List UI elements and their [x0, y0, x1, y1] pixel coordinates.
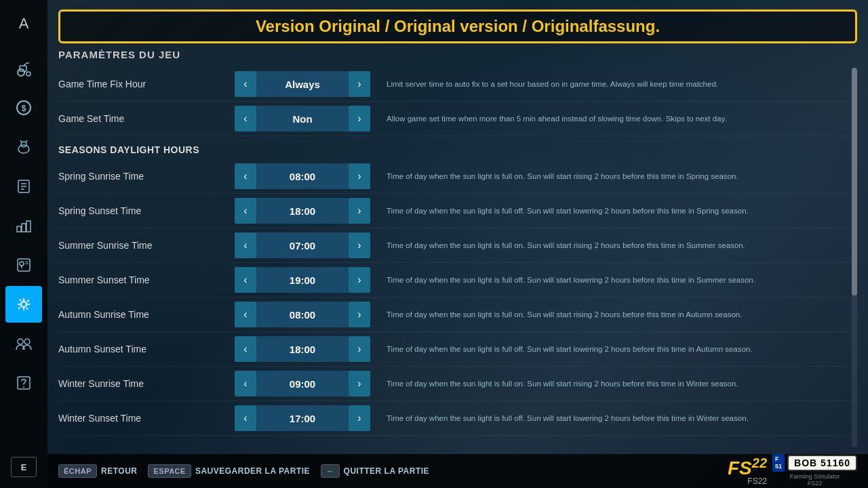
sidebar-e-key[interactable]: E — [11, 457, 37, 477]
daylight-prev-0[interactable]: ‹ — [235, 163, 256, 189]
setting-row-game-time-fix: Game Time Fix Hour ‹ Always › Limit serv… — [58, 67, 852, 102]
svg-rect-15 — [17, 226, 21, 232]
sidebar-item-animal[interactable] — [5, 129, 42, 165]
daylight-control-3: ‹ 19:00 › — [235, 267, 370, 293]
quit-key: ↔ — [321, 464, 340, 478]
sidebar: A $ — [0, 0, 47, 488]
daylight-next-2[interactable]: › — [349, 232, 370, 258]
setting-control-0: ‹ Always › — [235, 71, 370, 97]
quit-label: QUITTER LA PARTIE — [344, 466, 430, 476]
svg-rect-17 — [26, 221, 31, 232]
setting-label-1: Game Set Time — [58, 113, 235, 124]
svg-point-23 — [21, 302, 26, 307]
sidebar-item-money[interactable]: $ — [5, 89, 42, 126]
sidebar-item-map[interactable] — [5, 247, 42, 283]
daylight-desc-0: Time of day when the sun light is full o… — [370, 171, 852, 182]
daylight-desc-3: Time of day when the sun light is full o… — [370, 274, 852, 285]
quit-button[interactable]: ↔ QUITTER LA PARTIE — [321, 464, 429, 478]
sidebar-top-label: A — [5, 5, 42, 42]
daylight-desc-5: Time of day when the sun light is full o… — [370, 344, 852, 354]
daylight-control-4: ‹ 08:00 › — [235, 302, 370, 327]
ctrl-next-0[interactable]: › — [349, 71, 370, 97]
plate-text: BOB 51160 — [794, 458, 850, 468]
daylight-next-4[interactable]: › — [349, 302, 370, 327]
daylight-next-1[interactable]: › — [349, 198, 370, 224]
daylight-prev-5[interactable]: ‹ — [235, 336, 256, 362]
page-title: PARAMÈTRES DU JEU — [58, 49, 857, 60]
daylight-control-6: ‹ 09:00 › — [235, 371, 370, 396]
setting-row-game-set-time: Game Set Time ‹ Non › Allow game set tim… — [58, 102, 852, 136]
save-button[interactable]: ESPACE SAUVEGARDER LA PARTIE — [148, 464, 310, 478]
daylight-prev-7[interactable]: ‹ — [235, 405, 256, 431]
version-text: Version Original / Original version / Or… — [256, 17, 660, 35]
daylight-value-2: 07:00 — [256, 232, 349, 258]
daylight-value-3: 19:00 — [256, 267, 349, 293]
ctrl-value-0: Always — [256, 71, 349, 97]
daylight-value-5: 18:00 — [256, 336, 349, 362]
daylight-label-6: Winter Sunrise Time — [58, 378, 235, 389]
logo-area: FS22 FS22 F51 BOB 51160 Farming Simulato… — [728, 454, 857, 487]
svg-point-27 — [23, 386, 24, 388]
scrollbar-track[interactable] — [852, 68, 857, 447]
sidebar-item-production[interactable] — [5, 207, 42, 244]
daylight-next-7[interactable]: › — [349, 405, 370, 431]
setting-row-daylight-1: Spring Sunset Time ‹ 18:00 › Time of day… — [58, 194, 852, 228]
daylight-prev-3[interactable]: ‹ — [235, 267, 256, 293]
ctrl-prev-1[interactable]: ‹ — [235, 106, 256, 131]
ctrl-prev-0[interactable]: ‹ — [235, 71, 256, 97]
daylight-control-1: ‹ 18:00 › — [235, 198, 370, 224]
sidebar-item-help[interactable] — [5, 365, 42, 401]
svg-point-8 — [21, 142, 26, 147]
daylight-desc-4: Time of day when the sun light is full o… — [370, 309, 852, 320]
setting-row-daylight-7: Winter Sunset Time ‹ 17:00 › Time of day… — [58, 401, 852, 436]
daylight-label-0: Spring Sunrise Time — [58, 171, 235, 182]
svg-point-0 — [18, 69, 24, 76]
setting-control-1: ‹ Non › — [235, 106, 370, 131]
version-banner: Version Original / Original version / Or… — [58, 9, 857, 43]
setting-desc-0: Limit server time to auto fix to a set h… — [370, 79, 852, 89]
daylight-label-2: Summer Sunrise Time — [58, 240, 235, 251]
svg-rect-16 — [22, 224, 26, 232]
sidebar-item-tractor[interactable] — [5, 50, 42, 87]
daylight-prev-6[interactable]: ‹ — [235, 371, 256, 396]
svg-point-1 — [26, 72, 31, 76]
daylight-prev-2[interactable]: ‹ — [235, 232, 256, 258]
setting-row-daylight-4: Autumn Sunrise Time ‹ 08:00 › Time of da… — [58, 298, 852, 332]
fs-logo: FS22 — [728, 455, 767, 479]
ctrl-value-1: Non — [256, 106, 349, 131]
back-key: ÉCHAP — [58, 464, 97, 478]
daylight-next-5[interactable]: › — [349, 336, 370, 362]
daylight-label-3: Summer Sunset Time — [58, 274, 235, 285]
svg-point-24 — [18, 339, 23, 344]
daylight-next-0[interactable]: › — [349, 163, 370, 189]
daylight-label-4: Autumn Sunrise Time — [58, 309, 235, 320]
setting-desc-1: Allow game set time when more than 5 min… — [370, 113, 852, 124]
sidebar-item-multiplayer[interactable] — [5, 325, 42, 362]
back-label: RETOUR — [101, 466, 137, 476]
svg-point-25 — [24, 339, 30, 344]
daylight-prev-1[interactable]: ‹ — [235, 198, 256, 224]
save-label: SAUVEGARDER LA PARTIE — [195, 466, 310, 476]
farming-sim-label: Farming SimulatorFS22 — [790, 473, 840, 487]
ctrl-next-1[interactable]: › — [349, 106, 370, 131]
sidebar-item-missions[interactable] — [5, 168, 42, 205]
sidebar-item-settings[interactable] — [5, 286, 42, 323]
daylight-value-6: 09:00 — [256, 371, 349, 396]
daylight-desc-7: Time of day when the sun light is full o… — [370, 413, 852, 424]
daylight-value-1: 18:00 — [256, 198, 349, 224]
daylight-value-4: 08:00 — [256, 302, 349, 327]
daylight-control-2: ‹ 07:00 › — [235, 232, 370, 258]
daylight-prev-4[interactable]: ‹ — [235, 302, 256, 327]
save-key: ESPACE — [148, 464, 191, 478]
daylight-control-5: ‹ 18:00 › — [235, 336, 370, 362]
setting-row-daylight-5: Autumn Sunset Time ‹ 18:00 › Time of day… — [58, 332, 852, 367]
back-button[interactable]: ÉCHAP RETOUR — [58, 464, 137, 478]
section-daylight-header: SEASONS DAYLIGHT HOURS — [58, 136, 852, 159]
daylight-rows-container: Spring Sunrise Time ‹ 08:00 › Time of da… — [58, 159, 852, 436]
daylight-next-6[interactable]: › — [349, 371, 370, 396]
daylight-control-7: ‹ 17:00 › — [235, 405, 370, 431]
scrollbar-thumb — [852, 68, 857, 296]
settings-container: Game Time Fix Hour ‹ Always › Limit serv… — [58, 67, 857, 488]
daylight-next-3[interactable]: › — [349, 267, 370, 293]
svg-text:$: $ — [22, 104, 26, 113]
